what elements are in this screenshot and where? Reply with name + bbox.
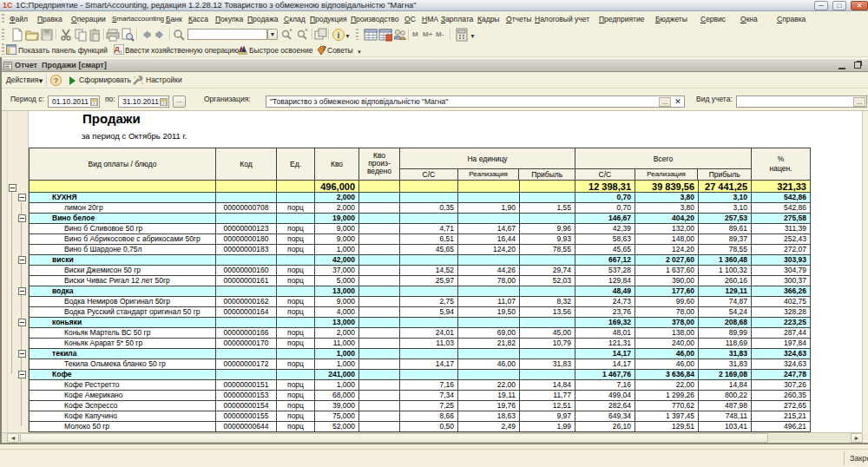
svg-text:?: ? <box>322 44 326 52</box>
svg-text:?: ? <box>54 76 59 85</box>
svg-text:т: т <box>120 49 122 55</box>
svg-text:i: i <box>338 30 340 40</box>
